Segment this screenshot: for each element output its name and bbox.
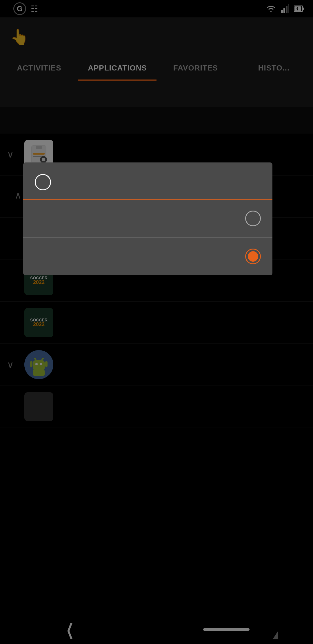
- incremental-search-radio[interactable]: [245, 211, 261, 226]
- info-icon: [35, 174, 51, 190]
- dialog-header: [23, 162, 272, 200]
- normal-search-radio[interactable]: [245, 249, 261, 264]
- dialog-overlay: [0, 0, 313, 644]
- incremental-search-option[interactable]: [23, 200, 272, 238]
- normal-search-option[interactable]: [23, 238, 272, 275]
- search-method-dialog: [23, 162, 272, 275]
- radio-selected-dot: [248, 251, 258, 262]
